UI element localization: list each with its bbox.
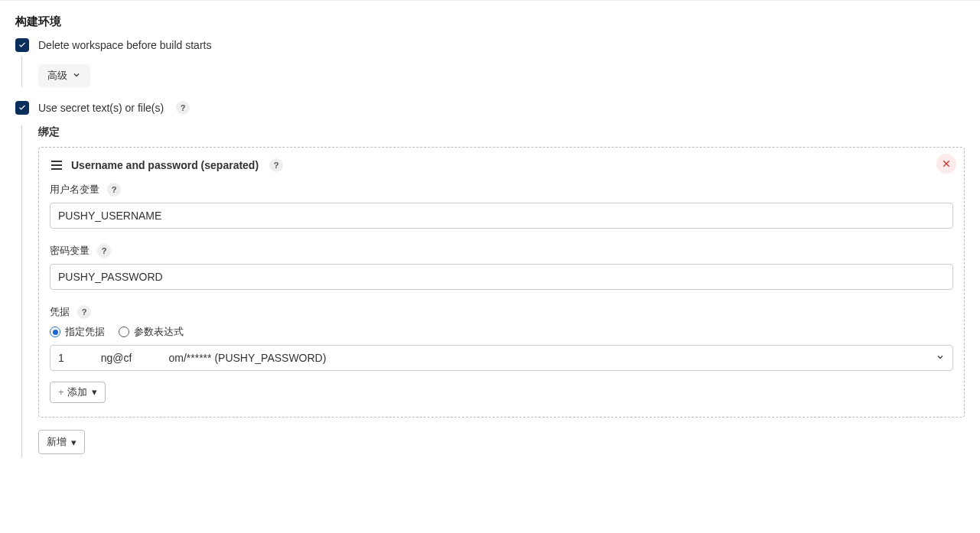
- caret-down-icon: ▾: [71, 437, 77, 448]
- radio-param-label: 参数表达式: [134, 325, 184, 339]
- help-icon[interactable]: ?: [176, 101, 190, 115]
- credentials-select[interactable]: 1xxxxxxng@cfxxxxxxom/****** (PUSHY_PASSW…: [50, 345, 953, 371]
- password-var-label: 密码变量: [50, 244, 90, 258]
- add-credential-button[interactable]: + 添加 ▾: [50, 382, 106, 403]
- username-var-input[interactable]: [50, 203, 953, 229]
- chevron-down-icon: [72, 70, 81, 82]
- panel-title: Username and password (separated): [71, 159, 259, 171]
- radio-specific-label: 指定凭据: [65, 325, 105, 339]
- help-icon[interactable]: ?: [269, 158, 283, 172]
- help-icon[interactable]: ?: [77, 305, 91, 319]
- help-icon[interactable]: ?: [97, 244, 111, 258]
- username-var-label: 用户名变量: [50, 183, 99, 197]
- advanced-button-label: 高级: [47, 69, 67, 83]
- chevron-down-icon: [936, 352, 945, 364]
- label-delete-workspace: Delete workspace before build starts: [38, 39, 211, 51]
- close-button[interactable]: [936, 154, 956, 174]
- binding-panel: Username and password (separated) ? 用户名变…: [38, 147, 965, 418]
- section-title-build-env: 构建环境: [15, 15, 965, 29]
- help-icon[interactable]: ?: [107, 183, 121, 197]
- checkbox-delete-workspace[interactable]: [15, 38, 29, 52]
- drag-handle-icon[interactable]: [50, 159, 63, 171]
- radio-dot-icon: [119, 327, 129, 337]
- credentials-select-value: 1xxxxxxng@cfxxxxxxom/****** (PUSHY_PASSW…: [58, 352, 326, 364]
- caret-down-icon: ▾: [92, 387, 97, 398]
- password-var-input[interactable]: [50, 264, 953, 290]
- credentials-label: 凭据: [50, 305, 70, 319]
- radio-dot-icon: [50, 327, 60, 337]
- binding-title: 绑定: [38, 125, 965, 139]
- radio-param-expression[interactable]: 参数表达式: [119, 325, 184, 339]
- label-use-secret: Use secret text(s) or file(s): [38, 102, 164, 114]
- new-button-label: 新增: [47, 435, 67, 449]
- radio-specific-credentials[interactable]: 指定凭据: [50, 325, 105, 339]
- new-binding-button[interactable]: 新增 ▾: [38, 430, 85, 454]
- advanced-button[interactable]: 高级: [38, 64, 90, 87]
- add-button-label: 添加: [67, 387, 87, 398]
- plus-icon: +: [58, 387, 64, 398]
- checkbox-use-secret[interactable]: [15, 101, 29, 115]
